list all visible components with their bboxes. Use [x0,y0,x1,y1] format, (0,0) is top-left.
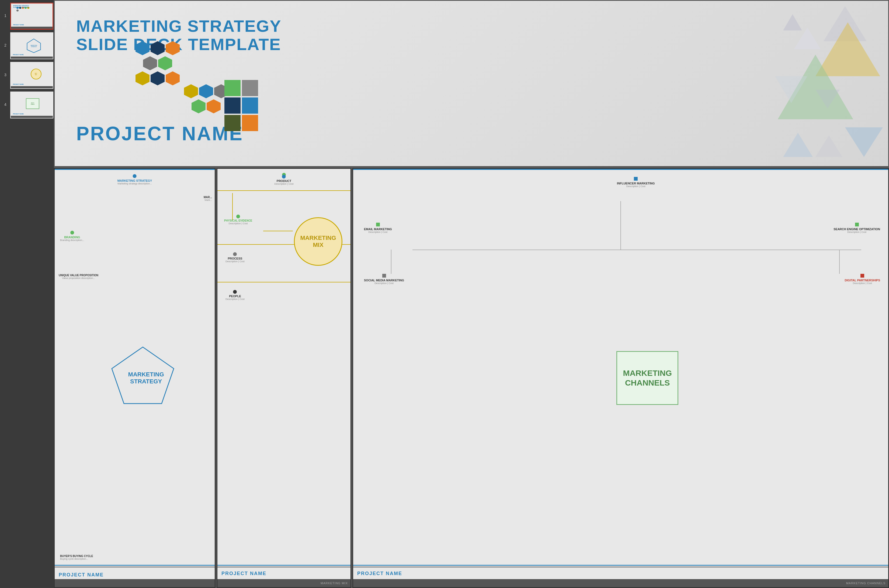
slide3-hline1 [263,231,293,231]
thumb-2-project: PROJECT NAME [13,54,24,56]
slide-1-number: 1 [4,14,6,18]
slide2-ms-label: MARKETING STRATEGY [117,179,152,182]
thumb-1-title: MARKETING STRATEGYSLIDE DECK TEMPLATE [13,5,29,8]
slide-4-thumb[interactable]: MKTGCHNLS PROJECT NAME [10,92,53,118]
slide3-footer: MARKETING MIX [217,579,350,587]
slide2-top-label: MARKETING STRATEGY Marketing strategy de… [117,174,152,185]
slide-1-thumbnail-wrapper[interactable]: 1 MARKETING STRATEGYSLIDE DECK TEMPLATE … [10,3,51,30]
thumb-1-project: PROJECT NAME [13,24,24,26]
slide4-dark-line [353,567,888,567]
slide-4-panel: MARKETINGCHANNELS INFLUENCER MARKETING D… [352,168,889,588]
slide3-vline1 [232,193,233,220]
thumb-4-project: PROJECT NAME [13,113,24,115]
slide4-footer-label: MARKETING CHANNELS [846,582,886,585]
slide-2-thumbnail-wrapper[interactable]: 2 MARKETINGSTRATEGY PROJECT NAME [10,32,51,59]
bottom-slides-row: MARKETING STRATEGY Marketing strategy de… [54,168,889,588]
slide3-project-name: PROJECT NAME [221,571,266,576]
slide2-branding: BRANDING Branding description... [60,231,84,242]
slide3-product: PRODUCT Description | Cost [275,175,293,185]
slide1-project-name: PROJECT NAME [76,123,243,145]
slide4-influencer: INFLUENCER MARKETING Description | Cost [617,177,655,188]
slide3-center-circle: MARKETING MIX [294,217,342,266]
slide-4-number: 4 [4,102,6,106]
slide-2-thumb[interactable]: MARKETINGSTRATEGY PROJECT NAME [10,32,53,59]
slide4-email: EMAIL MARKETING Description | Cost [364,223,392,233]
slide2-center-text: MARKETINGSTRATEGY [128,371,164,385]
slide4-social: SOCIAL MEDIA MARKETING Description | Cos… [364,274,404,285]
slide4-hline-right [547,250,861,250]
slide2-ms-desc: Marketing strategy description... [117,182,152,185]
slide3-people: PEOPLE Description | Cost [226,290,245,300]
slide4-center-text: MARKETINGCHANNELS [623,368,672,388]
primary-slide: MARKETING STRATEGY SLIDE DECK TEMPLATE P… [54,0,889,167]
slide4-footer: MARKETING CHANNELS [353,579,888,587]
slide-3-thumbnail-wrapper[interactable]: 3 MKTMIX PROJECT NAME [10,62,51,89]
slide4-seo: SEARCH ENGINE OPTIMIZATION Description |… [833,223,880,233]
slide4-center-box: MARKETINGCHANNELS [617,351,678,405]
thumb-3-project: PROJECT NAME [13,84,24,85]
slide4-digital: DIGITAL PARTNERSHIPS Description | Cost [845,274,880,285]
slide3-footer-label: MARKETING MIX [320,582,348,585]
slide-4-thumbnail-wrapper[interactable]: 4 MKTGCHNLS PROJECT NAME [10,92,51,118]
slide4-vline-top [620,201,621,250]
hex-cluster-1 [135,41,180,86]
slide3-physical-evidence: PHYSICAL EVIDENCE Description | Cost [224,214,252,225]
slide-3-number: 3 [4,73,6,77]
hex-cluster-2 [184,84,228,113]
slide-2-panel: MARKETING STRATEGY Marketing strategy de… [54,168,215,588]
slide3-center-text: MARKETING MIX [295,234,341,249]
triangles-decoration [727,1,888,167]
slide2-footer [55,579,215,587]
main-content-area: MARKETING STRATEGY SLIDE DECK TEMPLATE P… [54,0,889,588]
slide4-vline-right-bot [839,250,840,274]
slide2-project-name: PROJECT NAME [59,572,104,578]
slide3-blue-line [217,565,350,566]
slide2-pentagon: MARKETINGSTRATEGY [109,344,176,412]
slide-panel-sidebar: 1 MARKETING STRATEGYSLIDE DECK TEMPLATE … [0,0,54,588]
slide-3-panel: PRODUCT Description | Cost PHYSICAL EVID… [217,168,351,588]
slide2-uvp: UNIQUE VALUE PROPOSITION Value propositi… [59,274,98,279]
slide3-dark-line [217,567,350,567]
slide-2-number: 2 [4,43,6,47]
slide4-project-name: PROJECT NAME [357,571,402,576]
slide4-blue-line [353,565,888,566]
squares-cluster [224,80,258,131]
slide2-buying-cycle: BUYER'S BUYING CYCLE Buying cycle descri… [60,555,93,560]
slide2-right-top: MAR... Mark... [204,196,212,201]
slide-3-thumb[interactable]: MKTMIX PROJECT NAME [10,62,53,89]
slide-1-thumb[interactable]: MARKETING STRATEGYSLIDE DECK TEMPLATE PR… [10,3,53,30]
title-line1: MARKETING STRATEGY [76,17,281,35]
slide4-vline-left-bot [391,250,391,274]
slide3-process: PROCESS Description | Cost [226,252,245,263]
